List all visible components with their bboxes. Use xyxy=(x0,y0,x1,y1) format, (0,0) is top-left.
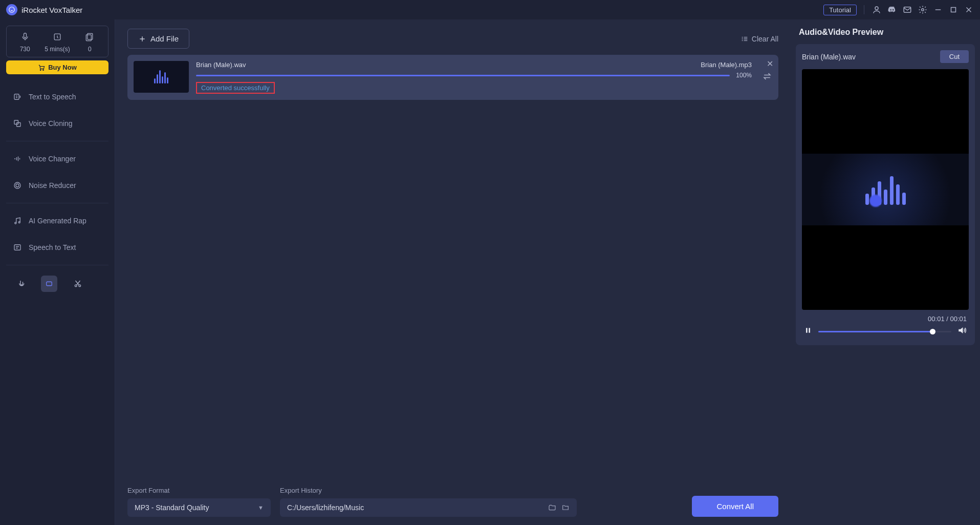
nav-label: Voice Changer xyxy=(29,155,76,163)
maximize-icon[interactable] xyxy=(948,5,959,15)
add-file-button[interactable]: Add File xyxy=(127,29,189,49)
folder-icon[interactable] xyxy=(561,503,570,512)
add-file-label: Add File xyxy=(150,34,179,43)
svg-point-0 xyxy=(9,7,15,13)
preview-filename: Brian (Male).wav xyxy=(802,53,856,61)
export-format-select[interactable]: MP3 - Standard Quality ▼ xyxy=(127,498,271,517)
volume-icon[interactable] xyxy=(957,326,967,337)
source-filename: Brian (Male).wav xyxy=(196,61,246,69)
svg-point-13 xyxy=(43,69,44,70)
progress-percent: 100% xyxy=(736,72,752,79)
sidebar: 730 5 mins(s) 0 Buy Now Text to Speech V… xyxy=(0,19,115,525)
remove-file-icon[interactable]: ✕ xyxy=(767,59,773,69)
svg-point-23 xyxy=(75,285,77,287)
stat-2: 5 mins(s) xyxy=(41,46,73,53)
svg-point-19 xyxy=(15,222,16,224)
waveform-icon xyxy=(154,70,168,83)
app-title: iRocket VoxTalker xyxy=(21,6,82,14)
plus-icon xyxy=(138,35,146,43)
waveform-icon xyxy=(865,174,906,205)
nav-voice-changer[interactable]: Voice Changer xyxy=(4,145,111,172)
preview-title: Audio&Video Preview xyxy=(796,28,975,37)
settings-icon[interactable] xyxy=(918,5,928,15)
app-logo xyxy=(6,4,17,15)
nav-text-to-speech[interactable]: Text to Speech xyxy=(4,83,111,110)
svg-point-3 xyxy=(922,9,924,11)
stt-icon xyxy=(12,242,23,253)
nav-label: AI Generated Rap xyxy=(29,217,86,225)
noise-icon xyxy=(12,180,23,191)
mail-icon[interactable] xyxy=(902,5,912,15)
tool-cut-icon[interactable] xyxy=(70,276,86,292)
tool-attach-icon[interactable] xyxy=(12,276,29,292)
stat-1: 730 xyxy=(9,46,41,53)
svg-point-17 xyxy=(16,184,19,187)
clear-all-button[interactable]: Clear All xyxy=(741,35,778,43)
svg-point-12 xyxy=(40,69,41,70)
clear-all-label: Clear All xyxy=(752,35,778,43)
preview-panel: Audio&Video Preview Brian (Male).wav Cut xyxy=(791,19,980,525)
svg-rect-11 xyxy=(86,35,92,41)
convert-all-button[interactable]: Convert All xyxy=(692,496,778,517)
buy-now-button[interactable]: Buy Now xyxy=(6,60,108,74)
export-format-value: MP3 - Standard Quality xyxy=(135,503,209,512)
user-icon[interactable] xyxy=(872,5,882,15)
nav-voice-cloning[interactable]: Voice Cloning xyxy=(4,110,111,137)
svg-rect-5 xyxy=(951,8,956,12)
nav-label: Noise Reducer xyxy=(29,181,76,190)
svg-point-24 xyxy=(79,285,81,287)
pause-button[interactable] xyxy=(804,326,812,337)
discord-icon[interactable] xyxy=(887,5,897,15)
svg-rect-28 xyxy=(809,328,810,332)
minimize-icon[interactable] xyxy=(933,5,943,15)
svg-rect-10 xyxy=(88,33,93,39)
nav-label: Text to Speech xyxy=(29,93,76,101)
chevron-down-icon: ▼ xyxy=(258,505,264,511)
svg-rect-27 xyxy=(806,328,808,332)
stat-3: 0 xyxy=(74,46,106,53)
files-icon xyxy=(74,31,106,43)
cloning-icon xyxy=(12,118,23,129)
svg-rect-15 xyxy=(14,120,18,124)
file-thumbnail xyxy=(134,61,189,93)
status-badge: Converted successfully xyxy=(196,82,275,94)
cut-button[interactable]: Cut xyxy=(940,50,969,63)
close-icon[interactable] xyxy=(964,5,974,15)
playback-time: 00:01 / 00:01 xyxy=(802,310,969,326)
tts-icon xyxy=(12,92,23,102)
nav-ai-rap[interactable]: AI Generated Rap xyxy=(4,207,111,234)
rap-icon xyxy=(12,216,23,226)
nav-noise-reducer[interactable]: Noise Reducer xyxy=(4,172,111,199)
svg-rect-14 xyxy=(14,94,19,100)
buy-now-label: Buy Now xyxy=(48,64,77,71)
svg-point-20 xyxy=(18,222,20,223)
tool-convert-icon[interactable] xyxy=(41,276,57,292)
timer-icon xyxy=(41,31,73,43)
open-folder-icon[interactable] xyxy=(548,503,556,512)
cart-icon xyxy=(38,64,45,71)
list-icon xyxy=(741,35,749,43)
nav-label: Speech to Text xyxy=(29,243,76,251)
changer-icon xyxy=(12,154,23,164)
dest-filename: Brian (Male).mp3 xyxy=(701,61,752,69)
nav-label: Voice Cloning xyxy=(29,119,73,128)
titlebar: iRocket VoxTalker Tutorial xyxy=(0,0,980,19)
progress-bar xyxy=(196,75,730,76)
export-history-field[interactable]: C:/Users/lizhifeng/Music xyxy=(280,498,577,517)
svg-rect-22 xyxy=(47,282,52,286)
svg-point-1 xyxy=(875,7,878,10)
export-history-path: C:/Users/lizhifeng/Music xyxy=(287,503,364,512)
svg-rect-21 xyxy=(14,245,20,250)
swap-icon[interactable] xyxy=(762,71,772,83)
svg-rect-16 xyxy=(17,123,21,127)
video-preview xyxy=(802,69,969,310)
file-row[interactable]: Brian (Male).wav Brian (Male).mp3 100% C… xyxy=(127,55,778,100)
export-history-label: Export History xyxy=(280,487,577,494)
mic-icon xyxy=(9,31,41,43)
seek-bar[interactable] xyxy=(818,331,951,332)
svg-rect-8 xyxy=(24,33,26,38)
tutorial-button[interactable]: Tutorial xyxy=(823,5,857,15)
nav-speech-to-text[interactable]: Speech to Text xyxy=(4,234,111,261)
main-area: Add File Clear All xyxy=(115,19,980,525)
svg-point-18 xyxy=(14,182,20,188)
